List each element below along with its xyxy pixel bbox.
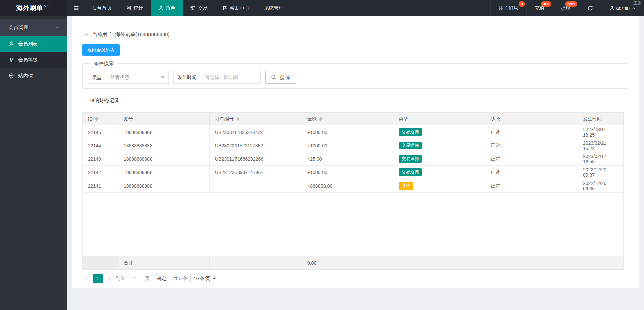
sidebar-item-site-message[interactable]: 站内信	[0, 68, 67, 84]
col-header-time: 发生时间	[577, 113, 624, 125]
cell-order-no	[210, 179, 302, 193]
recharge-count-badge: 460	[541, 1, 551, 7]
sort-icon[interactable]	[95, 117, 98, 121]
breadcrumb-icon: »	[85, 31, 88, 38]
refresh-button[interactable]	[579, 0, 601, 16]
type-badge: 系统	[399, 182, 413, 190]
current-page-button[interactable]: 1	[93, 274, 103, 283]
breadcrumb: » 当前用户: 海外刷单(18888888888)	[82, 16, 629, 38]
sort-icon[interactable]	[319, 117, 322, 121]
cell-amount: +1000.00	[302, 166, 393, 179]
nav-item-role[interactable]: 角色	[151, 0, 183, 16]
tab-financial-records[interactable]: Ta的财务记录	[83, 94, 125, 106]
total-amount: 0.00	[302, 256, 393, 270]
nav-label: 后台首页	[92, 5, 112, 11]
main-nav: 后台首页 统计 角色 交易 帮助中心 系统管理	[85, 0, 291, 16]
nav-item-help-center[interactable]: 帮助中心	[215, 0, 257, 16]
cell-account: 18888888888	[118, 139, 210, 152]
records-table: ID 账号 订单编号 金额 类型 状态 发生时间 22145 188888888…	[82, 112, 624, 270]
type-select[interactable]: 所有状态	[106, 71, 169, 84]
type-badge: 交易返佣	[399, 155, 422, 163]
time-input[interactable]	[201, 71, 261, 84]
nav-item-system-management[interactable]: 系统管理	[257, 0, 291, 16]
search-panel: 条件搜索 类型 所有状态 发生时间 搜 索	[82, 60, 629, 89]
col-header-amount[interactable]: 金额	[302, 113, 393, 125]
prev-page-button[interactable]: ‹	[83, 274, 90, 283]
table-header-row: ID 账号 订单编号 金额 类型 状态 发生时间	[83, 113, 624, 125]
cell-status: 正常	[485, 166, 577, 179]
tab-bar: Ta的财务记录	[82, 94, 629, 106]
type-select-value: 所有状态	[110, 74, 129, 80]
sidebar-item-label: 会员等级	[18, 57, 38, 63]
cell-time: 2022/12/20 09:36	[577, 179, 624, 193]
cell-order-no: UB2302211522127362	[210, 139, 302, 152]
cell-order-no: UB2302171656292266	[210, 152, 302, 166]
database-icon	[126, 6, 131, 11]
nav-item-trade[interactable]: 交易	[183, 0, 215, 16]
sort-icon[interactable]	[237, 117, 239, 121]
caret-down-icon	[161, 76, 164, 79]
search-button-label: 搜 索	[280, 74, 291, 81]
nav-label: 系统管理	[264, 5, 284, 11]
user-messages-button[interactable]: 用户消息 0	[490, 0, 526, 16]
goto-label: 到第	[116, 276, 125, 282]
cell-order-no: UB2303111825223772	[210, 125, 302, 139]
table-row: 22145 18888888888 UB2303111825223772 +10…	[83, 125, 624, 139]
next-page-button[interactable]: ›	[106, 274, 113, 283]
recharge-button[interactable]: 充值 460	[526, 0, 553, 16]
cell-status: 正常	[485, 139, 577, 152]
app-title: 海外刷单	[16, 4, 43, 12]
col-header-id[interactable]: ID	[83, 113, 118, 125]
cell-time: 2023/02/21 15:22	[577, 139, 624, 152]
table-row: 22142 18888888888 UB2212200937147861 +10…	[83, 166, 624, 179]
cell-status: 正常	[485, 125, 577, 139]
col-header-order-no[interactable]: 订单编号	[210, 113, 302, 125]
nav-label: 帮助中心	[230, 5, 249, 11]
sidebar: 会员管理 会员列表 V 会员等级 站内信	[0, 16, 67, 310]
type-badge: 交易返佣	[399, 142, 422, 149]
topbar-right: 用户消息 0 充值 460 提现 2889 admin	[490, 0, 644, 16]
user-messages-label: 用户消息	[499, 5, 518, 11]
cell-account: 18888888888	[118, 152, 210, 166]
cell-amount: +888888.00	[302, 179, 393, 193]
col-header-account: 账号	[118, 113, 210, 125]
nav-item-home[interactable]: 后台首页	[85, 0, 119, 16]
cell-time: 2023/03/11 18:25	[577, 125, 624, 139]
withdraw-button[interactable]: 提现 2889	[553, 0, 579, 16]
page-size-select[interactable]: 10 条/页	[190, 274, 217, 283]
messages-count-badge: 0	[519, 1, 525, 7]
confirm-page-button[interactable]: 确定	[153, 274, 170, 283]
user-icon	[609, 6, 614, 11]
nav-item-statistics[interactable]: 统计	[119, 0, 151, 16]
cell-time: 2023/02/17 16:56	[577, 152, 624, 166]
type-label: 类型	[88, 71, 106, 84]
cell-status: 正常	[485, 152, 577, 166]
sidebar-group-member-management[interactable]: 会员管理	[0, 19, 67, 36]
nav-label: 角色	[166, 5, 175, 11]
search-form: 类型 所有状态 发生时间 搜 索	[88, 71, 623, 84]
sidebar-group-label: 会员管理	[9, 24, 55, 31]
search-button[interactable]: 搜 索	[265, 71, 296, 84]
menu-fold-icon	[73, 5, 79, 11]
back-to-member-list-button[interactable]: 返回会员列表	[82, 44, 120, 56]
admin-username: admin	[616, 5, 630, 11]
cell-id: 22145	[83, 125, 118, 139]
sidebar-toggle-button[interactable]	[67, 0, 85, 16]
main-content: » 当前用户: 海外刷单(18888888888) 返回会员列表 条件搜索 类型…	[67, 16, 644, 310]
table-row: 22141 18888888888 +888888.00 系统 正常 2022/…	[83, 179, 624, 193]
user-icon	[9, 41, 14, 46]
goto-page-input[interactable]	[128, 274, 142, 283]
sidebar-item-member-level[interactable]: V 会员等级	[0, 52, 67, 68]
time-filter-group: 发生时间	[173, 71, 261, 84]
cell-account: 18888888888	[118, 125, 210, 139]
cell-account: 18888888888	[118, 166, 210, 179]
cell-id: 22143	[83, 152, 118, 166]
refresh-icon	[587, 5, 593, 11]
total-count-label: 共 5 条	[173, 276, 187, 282]
message-icon	[9, 73, 14, 79]
cell-amount: +25.00	[302, 152, 393, 166]
chevron-down-icon	[55, 25, 60, 30]
sidebar-item-member-list[interactable]: 会员列表	[0, 36, 67, 52]
col-header-status: 状态	[485, 113, 577, 125]
withdraw-count-badge: 2889	[565, 1, 577, 7]
